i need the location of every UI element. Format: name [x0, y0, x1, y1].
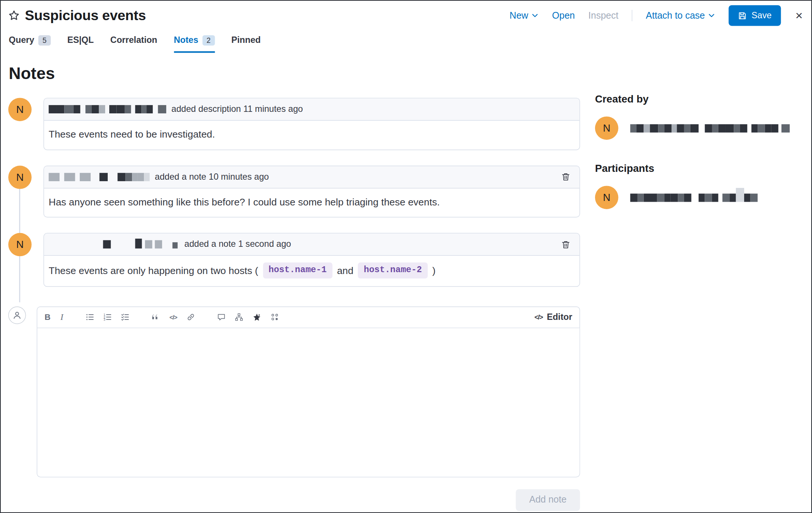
- avatar: N: [595, 116, 619, 139]
- tab-query-label: Query: [9, 35, 34, 45]
- note-item-3: N added a note 1 second ago These events…: [8, 233, 580, 287]
- note-body: Has anyone seen something like this befo…: [44, 188, 579, 217]
- note-action: added description 11 minutes ago: [171, 104, 303, 114]
- note-item-2: N added a note 10 minutes ago Has anyone…: [8, 166, 580, 218]
- quote-icon[interactable]: [151, 312, 161, 322]
- open-button[interactable]: Open: [552, 10, 575, 21]
- avatar: N: [8, 233, 32, 256]
- tab-esql-label: ES|QL: [67, 35, 94, 45]
- note-card: added a note 10 minutes ago Has anyone s…: [44, 166, 580, 218]
- user-icon: [12, 311, 22, 320]
- tab-esql[interactable]: ES|QL: [67, 35, 94, 53]
- close-icon[interactable]: ×: [794, 9, 804, 22]
- notes-column: Notes N added description 11 minutes ago…: [8, 53, 580, 511]
- notes-sidebar: Created by N Participants N: [580, 53, 804, 511]
- redacted-username: [630, 124, 803, 132]
- trash-icon: [561, 172, 570, 181]
- avatar: N: [8, 98, 32, 121]
- trash-icon: [561, 240, 570, 249]
- tab-notes[interactable]: Notes 2: [174, 35, 215, 53]
- redacted-username: [49, 173, 150, 181]
- note-body-suffix: ): [432, 263, 435, 277]
- code-icon[interactable]: </>: [169, 312, 178, 322]
- note-action: added a note 10 minutes ago: [155, 171, 269, 182]
- note-card: added a note 1 second ago These events a…: [44, 233, 580, 287]
- note-body-and: and: [337, 263, 353, 277]
- open-label: Open: [552, 10, 575, 21]
- new-label: New: [510, 10, 528, 21]
- current-user-avatar: [8, 306, 26, 324]
- tab-notes-label: Notes: [174, 35, 198, 45]
- comment-icon[interactable]: [216, 312, 226, 322]
- note-item-1: N added description 11 minutes ago These…: [8, 98, 580, 150]
- add-note-button[interactable]: Add note: [516, 489, 580, 511]
- note-body-prefix: These events are only happening on two h…: [49, 263, 258, 277]
- avatar: N: [8, 166, 32, 189]
- note-header: added description 11 minutes ago: [44, 98, 579, 121]
- redacted-username: [49, 240, 179, 248]
- host-name-chip: host.name-2: [358, 262, 427, 278]
- insights-icon[interactable]: [270, 312, 279, 322]
- save-label: Save: [752, 10, 772, 21]
- bold-icon[interactable]: B: [44, 312, 52, 323]
- inspect-button[interactable]: Inspect: [588, 10, 619, 21]
- header-actions: New Open Inspect Attach to case Save ×: [510, 5, 804, 26]
- note-card: added description 11 minutes ago These e…: [44, 98, 580, 150]
- header-divider: [632, 10, 632, 21]
- attach-to-case-button[interactable]: Attach to case: [646, 10, 715, 21]
- ordered-list-icon[interactable]: 123: [103, 312, 112, 322]
- tab-query[interactable]: Query 5: [9, 35, 51, 53]
- editor-toolbar: B I 123: [37, 307, 579, 328]
- markdown-editor: B I 123: [37, 306, 580, 477]
- host-name-chip: host.name-1: [263, 262, 332, 278]
- editor-code-icon: </>: [535, 313, 543, 321]
- note-header: added a note 1 second ago: [44, 233, 579, 256]
- notes-tab-content: Notes N added description 11 minutes ago…: [0, 53, 812, 511]
- timeline-flyout: Suspicious events New Open Inspect Attac…: [0, 0, 812, 513]
- participant-user: N: [595, 186, 804, 209]
- tab-correlation[interactable]: Correlation: [110, 35, 157, 53]
- inspect-label: Inspect: [588, 10, 619, 21]
- note-header: added a note 10 minutes ago: [44, 166, 579, 188]
- tab-notes-badge: 2: [202, 35, 215, 45]
- add-note-row: Add note: [8, 489, 580, 511]
- new-note-section: B I 123: [8, 306, 580, 477]
- redacted-username: [49, 105, 166, 113]
- unordered-list-icon[interactable]: [85, 312, 95, 322]
- note-action: added a note 1 second ago: [184, 239, 291, 250]
- avatar: N: [595, 186, 619, 209]
- chevron-down-icon: [708, 12, 715, 19]
- save-icon: [738, 11, 747, 20]
- tab-correlation-label: Correlation: [110, 35, 157, 45]
- delete-note-button[interactable]: [559, 170, 572, 183]
- favorite-star-icon[interactable]: [8, 10, 20, 21]
- editor-mode-toggle[interactable]: </> Editor: [535, 312, 572, 322]
- save-button[interactable]: Save: [729, 5, 781, 26]
- created-by-heading: Created by: [595, 93, 804, 105]
- created-by-user: N: [595, 116, 804, 139]
- tab-query-badge: 5: [38, 35, 51, 45]
- note-body: These events are only happening on two h…: [44, 256, 579, 286]
- timeline-plugin-icon[interactable]: [252, 312, 262, 322]
- timeline-tabs: Query 5 ES|QL Correlation Notes 2 Pinned: [0, 29, 812, 53]
- delete-note-button[interactable]: [559, 238, 572, 251]
- chevron-down-icon: [531, 12, 538, 19]
- attach-to-case-label: Attach to case: [646, 10, 705, 21]
- timeline-title: Suspicious events: [25, 7, 146, 23]
- italic-icon[interactable]: I: [59, 311, 64, 323]
- note-body: These events need to be investigated.: [44, 121, 579, 150]
- tab-pinned[interactable]: Pinned: [231, 35, 261, 53]
- note-textarea[interactable]: [37, 328, 579, 476]
- svg-text:3: 3: [104, 318, 106, 321]
- new-menu-button[interactable]: New: [510, 10, 539, 21]
- flyout-header: Suspicious events New Open Inspect Attac…: [0, 0, 812, 29]
- participants-heading: Participants: [595, 163, 804, 174]
- page-title: Notes: [9, 64, 580, 83]
- editor-mode-label: Editor: [547, 312, 572, 322]
- tab-pinned-label: Pinned: [231, 35, 261, 45]
- task-list-icon[interactable]: [120, 312, 130, 322]
- link-icon[interactable]: [186, 312, 195, 322]
- redacted-username: [630, 193, 803, 202]
- hierarchy-icon[interactable]: [234, 312, 243, 322]
